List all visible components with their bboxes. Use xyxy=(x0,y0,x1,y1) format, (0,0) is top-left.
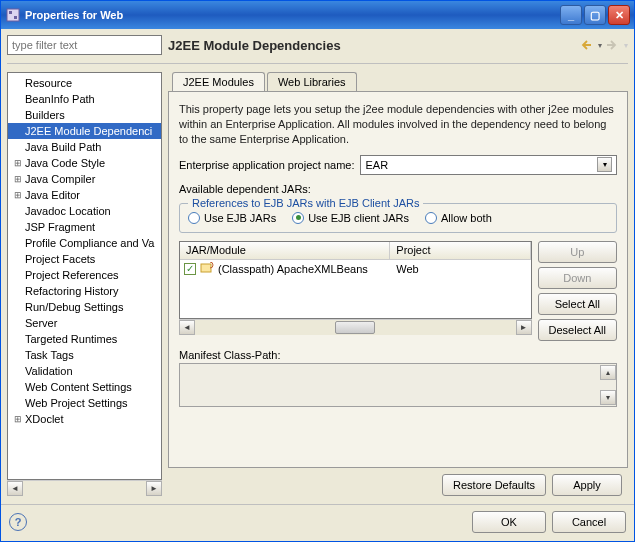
tree-item[interactable]: Task Tags xyxy=(8,347,161,363)
tree-scrollbar[interactable]: ◄ ► xyxy=(7,480,162,496)
forward-button[interactable] xyxy=(604,36,622,54)
scroll-right-button[interactable]: ► xyxy=(516,320,532,335)
ok-button[interactable]: OK xyxy=(472,511,546,533)
tree-item[interactable]: Run/Debug Settings xyxy=(8,299,161,315)
tree-item[interactable]: JSP Fragment xyxy=(8,219,161,235)
scroll-down-button[interactable]: ▾ xyxy=(600,390,616,405)
tree-item[interactable]: ⊞Java Code Style xyxy=(8,155,161,171)
tree-item-label: Task Tags xyxy=(25,349,74,361)
tree-item[interactable]: ⊞Java Editor xyxy=(8,187,161,203)
tab-content: This property page lets you setup the j2… xyxy=(168,91,628,468)
tree-item-label: Targeted Runtimes xyxy=(25,333,117,345)
project-name-label: Enterprise application project name: xyxy=(179,159,354,171)
scrollbar-thumb[interactable] xyxy=(335,321,375,334)
category-tree[interactable]: ResourceBeanInfo PathBuildersJ2EE Module… xyxy=(7,72,162,480)
tree-item[interactable]: Project Facets xyxy=(8,251,161,267)
tree-item[interactable]: Web Content Settings xyxy=(8,379,161,395)
radio-use-ejb-jars[interactable]: Use EJB JARs xyxy=(188,212,276,224)
row-project: Web xyxy=(390,263,530,275)
tab-web-libraries[interactable]: Web Libraries xyxy=(267,72,357,92)
restore-defaults-button[interactable]: Restore Defaults xyxy=(442,474,546,496)
tree-item-label: Javadoc Location xyxy=(25,205,111,217)
page-heading: J2EE Module Dependencies xyxy=(168,38,578,53)
description-text: This property page lets you setup the j2… xyxy=(179,102,617,147)
row-jar-name: (Classpath) ApacheXMLBeans xyxy=(218,263,368,275)
cancel-button[interactable]: Cancel xyxy=(552,511,626,533)
tree-item-label: Java Code Style xyxy=(25,157,105,169)
tree-item-label: Profile Compliance and Va xyxy=(25,237,154,249)
tree-item[interactable]: Java Build Path xyxy=(8,139,161,155)
group-title: References to EJB JARs with EJB Client J… xyxy=(188,197,423,209)
row-checkbox[interactable]: ✓ xyxy=(184,263,196,275)
svg-rect-3 xyxy=(201,264,211,272)
apply-button[interactable]: Apply xyxy=(552,474,622,496)
col-project[interactable]: Project xyxy=(390,242,530,259)
tree-item[interactable]: Refactoring History xyxy=(8,283,161,299)
svg-rect-1 xyxy=(9,11,12,14)
filter-input[interactable] xyxy=(7,35,162,55)
project-name-value: EAR xyxy=(365,159,388,171)
tree-item-label: Resource xyxy=(25,77,72,89)
tree-item[interactable]: Javadoc Location xyxy=(8,203,161,219)
properties-dialog: Properties for Web _ ▢ ✕ J2EE Module Dep… xyxy=(0,0,635,542)
project-name-select[interactable]: EAR ▾ xyxy=(360,155,617,175)
select-all-button[interactable]: Select All xyxy=(538,293,617,315)
svg-rect-2 xyxy=(14,16,17,19)
app-icon xyxy=(5,7,21,23)
dropdown-icon[interactable]: ▾ xyxy=(624,41,628,50)
radio-use-ejb-client-jars[interactable]: Use EJB client JARs xyxy=(292,212,409,224)
col-jar-module[interactable]: JAR/Module xyxy=(180,242,390,259)
dropdown-icon[interactable]: ▾ xyxy=(598,41,602,50)
scroll-left-button[interactable]: ◄ xyxy=(7,481,23,496)
tree-item-label: Validation xyxy=(25,365,73,377)
tree-item[interactable]: Profile Compliance and Va xyxy=(8,235,161,251)
tree-item-label: Java Editor xyxy=(25,189,80,201)
tree-item[interactable]: Web Project Settings xyxy=(8,395,161,411)
minimize-button[interactable]: _ xyxy=(560,5,582,25)
tree-item[interactable]: Validation xyxy=(8,363,161,379)
down-button[interactable]: Down xyxy=(538,267,617,289)
window-title: Properties for Web xyxy=(25,9,558,21)
tree-item[interactable]: Server xyxy=(8,315,161,331)
chevron-down-icon: ▾ xyxy=(597,157,612,172)
tree-item[interactable]: Targeted Runtimes xyxy=(8,331,161,347)
tree-item-label: JSP Fragment xyxy=(25,221,95,233)
tree-item-label: Server xyxy=(25,317,57,329)
radio-allow-both[interactable]: Allow both xyxy=(425,212,492,224)
nav-buttons: ▾ ▾ xyxy=(578,36,628,54)
tab-j2ee-modules[interactable]: J2EE Modules xyxy=(172,72,265,92)
tree-item[interactable]: Resource xyxy=(8,75,161,91)
manifest-classpath-field[interactable]: ▴ ▾ xyxy=(179,363,617,407)
scroll-right-button[interactable]: ► xyxy=(146,481,162,496)
svg-rect-0 xyxy=(7,9,19,21)
tree-item[interactable]: J2EE Module Dependenci xyxy=(8,123,161,139)
back-button[interactable] xyxy=(578,36,596,54)
tree-item-label: BeanInfo Path xyxy=(25,93,95,105)
manifest-label: Manifest Class-Path: xyxy=(179,349,617,361)
tree-item[interactable]: Project References xyxy=(8,267,161,283)
dependencies-table[interactable]: JAR/Module Project ✓ (Classpath) ApacheX… xyxy=(179,241,532,319)
up-button[interactable]: Up xyxy=(538,241,617,263)
titlebar[interactable]: Properties for Web _ ▢ ✕ xyxy=(1,1,634,29)
tree-item-label: Web Content Settings xyxy=(25,381,132,393)
scroll-up-button[interactable]: ▴ xyxy=(600,365,616,380)
table-row[interactable]: ✓ (Classpath) ApacheXMLBeans Web xyxy=(180,260,531,278)
scroll-left-button[interactable]: ◄ xyxy=(179,320,195,335)
tree-item[interactable]: ⊞XDoclet xyxy=(8,411,161,427)
deselect-all-button[interactable]: Deselect All xyxy=(538,319,617,341)
tree-item-label: Project References xyxy=(25,269,119,281)
grid-scrollbar[interactable]: ◄ ► xyxy=(179,319,532,335)
tree-item[interactable]: BeanInfo Path xyxy=(8,91,161,107)
tree-item[interactable]: ⊞Java Compiler xyxy=(8,171,161,187)
maximize-button[interactable]: ▢ xyxy=(584,5,606,25)
available-jars-label: Available dependent JARs: xyxy=(179,183,617,195)
tree-item-label: Java Compiler xyxy=(25,173,95,185)
tree-item-label: Web Project Settings xyxy=(25,397,128,409)
tab-bar: J2EE Modules Web Libraries xyxy=(168,72,628,92)
separator xyxy=(7,63,628,64)
tree-item-label: Refactoring History xyxy=(25,285,119,297)
tree-item-label: Project Facets xyxy=(25,253,95,265)
tree-item[interactable]: Builders xyxy=(8,107,161,123)
help-button[interactable]: ? xyxy=(9,513,27,531)
close-button[interactable]: ✕ xyxy=(608,5,630,25)
